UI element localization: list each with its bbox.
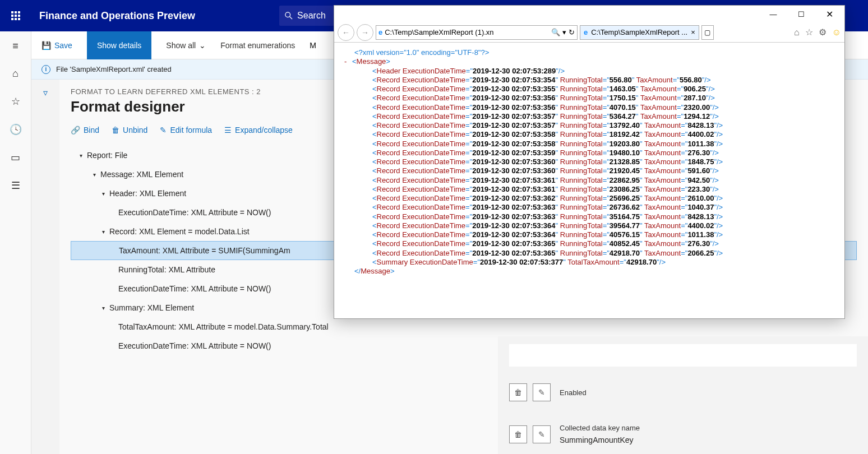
collected-key-value: SummingAmountKey <box>560 436 640 444</box>
search-box[interactable]: Search <box>279 6 335 26</box>
collected-key-label: Collected data key name <box>560 424 640 432</box>
save-button[interactable]: 💾 Save <box>41 41 72 50</box>
filter-column: ▿ <box>31 80 59 454</box>
delete-icon: 🗑 <box>112 126 119 135</box>
show-details-button[interactable]: Show details <box>87 31 151 59</box>
browser-tab[interactable]: e C:\Temp\SampleXmlReport ... × <box>580 25 699 40</box>
svg-rect-8 <box>18 18 20 20</box>
floppy-icon: 💾 <box>41 41 51 50</box>
tree-node-label: ExecutionDateTime: XML Attribute = NOW() <box>118 341 271 350</box>
minimize-button[interactable]: — <box>760 6 786 22</box>
svg-rect-7 <box>15 18 17 20</box>
search-label: Search <box>297 11 326 21</box>
address-bar[interactable]: e C:\Temp\SampleXmlReport (1).xn 🔍 ▾ ↻ <box>376 25 578 40</box>
home-icon[interactable]: ⌂ <box>12 68 19 80</box>
svg-rect-4 <box>15 15 17 17</box>
caret-icon: ▾ <box>102 305 105 311</box>
tree-node-label: ExecutionDateTime: XML Attribute = NOW() <box>118 284 271 293</box>
favorites-icon[interactable]: ☆ <box>11 95 20 108</box>
recent-icon[interactable]: 🕓 <box>10 123 22 136</box>
svg-rect-2 <box>18 11 20 13</box>
tree-node-label: RunningTotal: XML Attribute <box>118 265 215 274</box>
empty-field[interactable] <box>509 344 857 367</box>
new-tab-button[interactable]: ▢ <box>701 25 714 40</box>
search-icon[interactable]: 🔍 <box>551 28 560 36</box>
tree-node-label: TotalTaxAmount: XML Attribute = model.Da… <box>118 322 329 331</box>
pencil-icon: ✎ <box>160 126 167 135</box>
edit-key-button[interactable]: ✎ <box>533 425 551 443</box>
tree-node-label: Summary: XML Element <box>109 303 194 312</box>
favorites-icon[interactable]: ☆ <box>805 27 813 38</box>
link-icon: 🔗 <box>71 126 80 135</box>
caret-icon: ▾ <box>93 172 96 178</box>
ie-nav-bar: ← → e C:\Temp\SampleXmlReport (1).xn 🔍 ▾… <box>334 22 844 43</box>
caret-icon: ▾ <box>102 229 105 235</box>
modules-icon[interactable]: ☰ <box>11 179 20 192</box>
list-icon: ☰ <box>224 126 232 135</box>
caret-icon: ▾ <box>80 152 82 159</box>
expand-collapse-button[interactable]: ☰Expand/collapse <box>224 126 293 135</box>
svg-rect-6 <box>11 18 13 20</box>
ie-titlebar[interactable]: — ☐ ✕ <box>334 6 844 22</box>
xml-content[interactable]: <?xml version="1.0" encoding="UTF-8"?>-<… <box>334 43 844 317</box>
ie-logo-icon: e <box>584 28 588 36</box>
svg-line-10 <box>290 17 292 19</box>
home-icon[interactable]: ⌂ <box>794 27 800 38</box>
bind-button[interactable]: 🔗Bind <box>71 126 99 135</box>
hamburger-icon[interactable]: ≡ <box>12 40 19 52</box>
caret-icon: ▾ <box>102 191 105 197</box>
refresh-icon[interactable]: ↻ <box>569 28 575 36</box>
enabled-label: Enabled <box>560 388 587 397</box>
dropdown-icon[interactable]: ▾ <box>562 28 566 36</box>
tree-node-label: Message: XML Element <box>100 170 183 179</box>
format-enumerations-button[interactable]: Format enumerations <box>220 41 295 50</box>
ie-logo-icon: e <box>378 28 382 36</box>
close-tab-icon[interactable]: × <box>691 28 695 36</box>
edit-enabled-button[interactable]: ✎ <box>533 383 551 401</box>
delete-enabled-button[interactable]: 🗑 <box>509 383 527 401</box>
chevron-down-icon: ⌄ <box>199 41 206 50</box>
svg-rect-5 <box>18 15 20 17</box>
workspaces-icon[interactable]: ▭ <box>11 151 20 164</box>
maximize-button[interactable]: ☐ <box>788 6 814 22</box>
tree-node-label: ExecutionDateTime: XML Attribute = NOW() <box>118 208 271 217</box>
ie-window: — ☐ ✕ ← → e C:\Temp\SampleXmlReport (1).… <box>334 5 845 319</box>
tools-icon[interactable]: ⚙ <box>819 27 827 38</box>
properties-panel: 🗑 ✎ Enabled 🗑 ✎ Collected data key name … <box>498 336 868 454</box>
app-title: Finance and Operations Preview <box>31 10 195 22</box>
smiley-icon[interactable]: ☺ <box>832 27 841 38</box>
tab-title: C:\Temp\SampleXmlReport ... <box>591 28 687 36</box>
left-nav-rail: ≡ ⌂ ☆ 🕓 ▭ ☰ <box>0 31 31 454</box>
svg-rect-0 <box>11 11 13 13</box>
back-button[interactable]: ← <box>338 24 354 41</box>
waffle-icon[interactable] <box>0 11 31 20</box>
info-message: File 'SampleXmlReport.xml' created <box>56 65 172 73</box>
info-icon: i <box>41 65 50 74</box>
tree-node[interactable]: ▾TotalTaxAmount: XML Attribute = model.D… <box>71 317 857 336</box>
svg-rect-1 <box>15 11 17 13</box>
address-text: C:\Temp\SampleXmlReport (1).xn <box>385 28 551 36</box>
more-button[interactable]: M <box>310 41 316 50</box>
tree-node-label: Header: XML Element <box>109 189 186 198</box>
tree-node-label: TaxAmount: XML Attribute = SUMIF(Summing… <box>119 246 290 255</box>
delete-key-button[interactable]: 🗑 <box>509 425 527 443</box>
unbind-button[interactable]: 🗑Unbind <box>112 126 147 135</box>
svg-point-9 <box>285 12 290 17</box>
funnel-icon[interactable]: ▿ <box>43 87 48 454</box>
forward-button[interactable]: → <box>357 24 373 41</box>
search-icon <box>285 12 293 20</box>
tree-node-label: Record: XML Element = model.Data.List <box>109 227 250 236</box>
show-all-button[interactable]: Show all ⌄ <box>166 41 206 50</box>
tree-node-label: Report: File <box>87 151 127 160</box>
close-button[interactable]: ✕ <box>816 6 842 22</box>
edit-formula-button[interactable]: ✎Edit formula <box>160 126 212 135</box>
svg-rect-3 <box>11 15 13 17</box>
